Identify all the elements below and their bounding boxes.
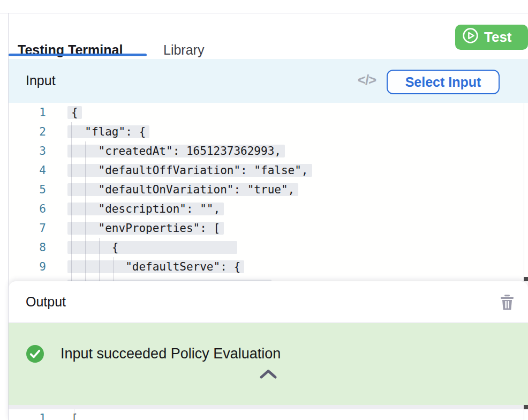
left-divider — [8, 13, 9, 420]
code-line: 9 "defaultServe": { — [9, 257, 528, 276]
input-editor-scrollbar-thumb[interactable] — [524, 277, 528, 281]
input-section-title: Input — [26, 73, 56, 88]
output-panel: Output Input succeeded Policy Evaluation — [9, 281, 528, 420]
line-number: 8 — [9, 238, 46, 257]
success-check-icon — [26, 344, 44, 363]
code-line: 8 { — [9, 238, 528, 257]
input-editor-scrollbar-track — [524, 103, 524, 281]
clear-output-button[interactable] — [500, 294, 514, 310]
chevron-up-icon — [259, 373, 278, 381]
status-banner: Input succeeded Policy Evaluation — [9, 323, 528, 405]
code-text: { — [46, 103, 82, 122]
output-section-title: Output — [26, 294, 66, 310]
code-text: "createdAt": 1651237362993, — [46, 141, 285, 161]
output-header: Output — [9, 281, 528, 323]
line-number: 1 — [9, 103, 46, 122]
code-line: 1{ — [9, 103, 528, 122]
testing-terminal-page: { "tabs": [ { "label": "Testing Terminal… — [0, 0, 528, 420]
output-scrollbar-thumb[interactable] — [524, 405, 528, 409]
line-number: 9 — [9, 257, 46, 276]
line-number: 6 — [9, 199, 46, 219]
line-number: 5 — [9, 180, 46, 199]
code-line: 6 "description": "", — [9, 199, 528, 219]
input-code-editor[interactable]: 1{2 "flag": {3 "createdAt": 165123736299… — [9, 103, 528, 285]
tab-library[interactable]: Library — [163, 42, 204, 58]
tab-bar: Testing Terminal Library Test — [9, 13, 528, 59]
line-number: 1 — [9, 409, 46, 420]
test-button-label: Test — [484, 29, 512, 46]
code-line: 5 "defaultOnVariation": "true", — [9, 180, 528, 199]
code-line: 1[ — [9, 409, 528, 420]
code-line: 3 "createdAt": 1651237362993, — [9, 141, 528, 161]
code-text: [ — [46, 409, 78, 420]
output-gutter-divider — [74, 409, 74, 420]
line-number: 2 — [9, 122, 46, 141]
play-icon — [462, 27, 479, 48]
code-text: { — [46, 238, 237, 257]
code-line: 7 "envProperties": [ — [9, 219, 528, 238]
line-number: 7 — [9, 219, 46, 238]
output-editor-right-border — [524, 409, 524, 420]
code-text: "defaultOffVariation": "false", — [46, 161, 312, 180]
code-line: 4 "defaultOffVariation": "false", — [9, 161, 528, 180]
code-text: "defaultServe": { — [46, 257, 244, 276]
input-section-header: Input </> Select Input — [9, 59, 528, 103]
code-view-icon[interactable]: </> — [352, 72, 382, 90]
line-number: 3 — [9, 141, 46, 161]
test-button[interactable]: Test — [455, 25, 528, 50]
code-text: "envProperties": [ — [46, 219, 224, 238]
code-text: "defaultOnVariation": "true", — [46, 180, 298, 199]
line-number: 4 — [9, 161, 46, 180]
code-text: "description": "", — [46, 199, 224, 219]
output-scrollbar-track — [9, 405, 528, 409]
output-code-editor[interactable]: 1[ — [9, 409, 528, 420]
code-text: "flag": { — [46, 122, 149, 141]
status-message: Input succeeded Policy Evaluation — [61, 346, 281, 362]
code-line: 2 "flag": { — [9, 122, 528, 141]
trash-icon — [500, 304, 514, 312]
collapse-banner-button[interactable] — [259, 368, 278, 380]
active-tab-underline — [9, 54, 147, 56]
select-input-button[interactable]: Select Input — [387, 70, 500, 94]
